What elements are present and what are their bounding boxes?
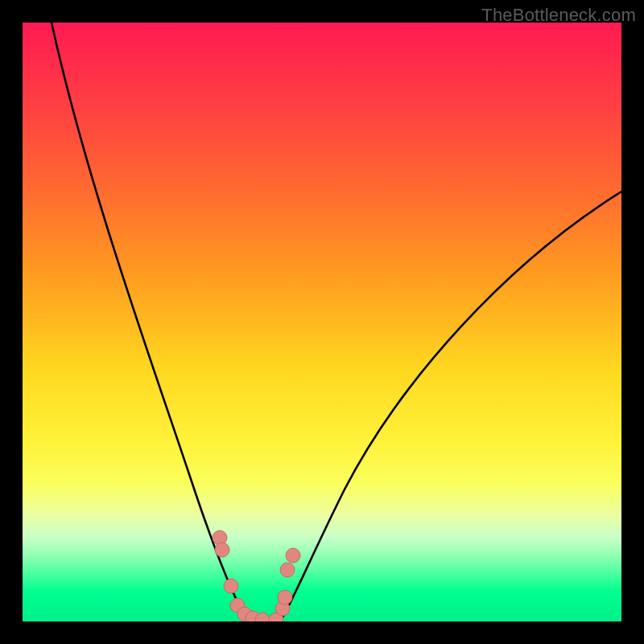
chart-plot-area	[23, 23, 621, 621]
svg-point-1	[215, 543, 229, 557]
right-curve	[280, 192, 621, 621]
marker-cluster-right	[269, 548, 300, 621]
svg-point-11	[286, 548, 300, 563]
svg-point-2	[224, 579, 238, 593]
chart-svg	[23, 23, 621, 621]
watermark-text: TheBottleneck.com	[481, 5, 636, 26]
marker-cluster-left	[213, 530, 270, 621]
svg-point-9	[278, 590, 292, 605]
chart-frame: TheBottleneck.com	[0, 0, 644, 644]
svg-point-10	[280, 563, 295, 577]
